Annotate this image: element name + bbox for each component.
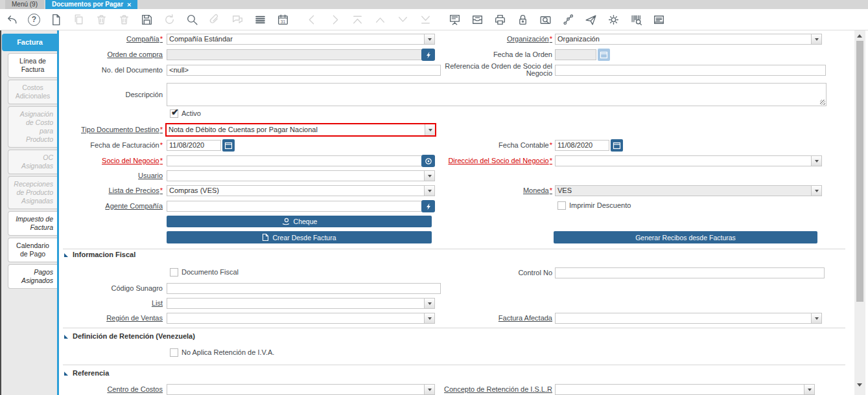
usuario-label[interactable]: Usuario [59,170,163,181]
chevron-down-icon[interactable] [811,313,821,323]
socio-negocio-field[interactable] [167,155,435,166]
chevron-down-icon[interactable] [804,385,814,394]
orden-compra-label[interactable]: Orden de compra [59,49,163,60]
workflow-icon[interactable] [561,13,575,27]
archive-icon[interactable] [471,13,484,27]
find-icon[interactable] [185,13,199,27]
compania-label[interactable]: Compañía* [59,34,163,45]
chevron-down-icon[interactable] [424,171,434,181]
organizacion-label[interactable]: Organización* [422,34,552,45]
centro-costos-label[interactable]: Centro de Costos [59,384,163,395]
section-collapse-icon[interactable] [64,335,68,339]
tipo-documento-select[interactable]: Nota de Débito de Cuentas por Pagar Naci… [165,123,436,137]
chevron-down-icon[interactable] [425,124,435,135]
sidebar-tab-linea-de-factura[interactable]: Línea de Factura [8,53,57,78]
tab-menu[interactable]: Menú (9) [5,0,44,9]
chevron-down-icon[interactable] [424,299,434,308]
sidebar-tab-pagos-asignados[interactable]: Pagos Asignados [8,264,57,289]
socio-negocio-label[interactable]: Socio del Negocio* [59,155,163,166]
region-ventas-select[interactable] [167,313,435,324]
sidebar-tab-calendario-de-pago[interactable]: Calendario de Pago [8,238,57,262]
factura-afectada-label[interactable]: Factura Afectada [422,313,552,324]
fecha-orden-field [555,49,596,60]
new-record-icon[interactable] [49,13,63,27]
section-collapse-icon[interactable] [64,253,68,257]
calendar-picker-icon[interactable] [611,139,623,152]
sidebar-tab-factura[interactable]: Factura [2,34,57,51]
usuario-select[interactable] [167,170,435,181]
referencia-orden-field[interactable] [555,65,826,76]
fecha-facturacion-label: Fecha de Facturación* [59,140,163,151]
scroll-up-icon[interactable] [857,34,862,38]
list-select[interactable] [167,298,435,309]
documento-fiscal-checkbox[interactable] [170,268,178,276]
direccion-socio-select[interactable] [555,155,822,166]
report-icon[interactable] [448,13,462,27]
region-ventas-label[interactable]: Región de Ventas [59,313,163,324]
organizacion-select[interactable]: Organización [555,34,822,45]
scroll-down-icon[interactable] [857,383,862,387]
previous-record-icon [305,13,319,27]
section-divider [63,328,845,328]
scrollbar-thumb[interactable] [856,41,863,302]
compania-select[interactable]: Compañía Estándar [167,34,435,45]
fecha-contable-field[interactable]: 11/08/2020 [555,140,609,151]
send-mail-icon[interactable] [584,13,598,27]
sidebar-tab-impuesto-de-factura[interactable]: Impuesto de Factura [8,211,57,236]
calendar-icon[interactable]: 31 [276,13,290,27]
direccion-socio-label[interactable]: Dirección del Socio del Negocio* [422,155,552,166]
cheque-button[interactable]: Cheque [167,216,432,227]
chevron-down-icon[interactable] [811,186,821,196]
crear-desde-factura-button[interactable]: Crear Desde Factura [167,231,432,243]
concepto-islr-select[interactable] [555,384,815,395]
save-icon[interactable] [140,13,154,27]
activo-checkbox[interactable] [170,109,178,118]
concepto-islr-label[interactable]: Concepto de Retención de I.S.L.R [422,384,552,395]
preferences-icon[interactable] [607,13,620,27]
lista-precios-select[interactable]: Compras (VES) [167,185,435,196]
undo-icon[interactable] [5,13,19,27]
factura-afectada-select[interactable] [555,313,822,324]
print-icon[interactable] [493,13,507,27]
tab-documentos-por-pagar[interactable]: Documentos por Pagar [45,0,137,9]
vertical-scrollbar[interactable] [854,30,865,395]
section-collapse-icon[interactable] [64,372,68,376]
control-no-field[interactable] [555,267,825,278]
codigo-sunagro-label: Código Sunagro [59,283,163,294]
agente-compania-field[interactable] [167,201,435,212]
requery-icon[interactable] [421,200,435,212]
generar-recibos-button[interactable]: Generar Recibos desde Facturas [554,231,817,243]
zoom-across-icon[interactable] [539,13,552,27]
parent-record-icon [373,13,387,27]
imprimir-descuento-checkbox[interactable] [557,201,566,210]
last-record-icon [419,13,432,27]
no-aplica-retencion-checkbox[interactable] [170,348,178,357]
chevron-down-icon[interactable] [811,156,821,166]
toggle-grid-icon[interactable] [253,13,267,27]
centro-costos-select[interactable] [167,384,435,395]
calendar-picker-icon[interactable] [222,139,235,152]
close-icon[interactable] [127,1,131,8]
resize-handle-icon[interactable] [820,100,825,105]
tipo-documento-label[interactable]: Tipo Documento Destino* [59,124,163,135]
lista-precios-label[interactable]: Lista de Precios* [59,185,163,196]
chevron-down-icon[interactable] [811,34,821,44]
definicion-retencion-header[interactable]: Definición de Retención (Venezuela) [73,332,195,340]
moneda-label[interactable]: Moneda* [422,185,552,196]
list-label[interactable]: List [59,298,163,309]
agente-compania-label[interactable]: Agente Compañía [59,201,163,212]
no-documento-label: No. del Documento [59,65,163,76]
descripcion-textarea[interactable] [167,83,827,106]
help-icon[interactable] [28,14,40,26]
informacion-fiscal-header[interactable]: Informacion Fiscal [73,251,135,258]
lock-icon[interactable] [516,13,530,27]
control-no-label: Control No [422,267,552,278]
detail-record-icon [396,13,410,27]
moneda-select[interactable]: VES [555,185,822,196]
referencia-header[interactable]: Referencia [73,369,109,377]
report-form-icon[interactable] [652,13,666,27]
no-documento-field[interactable]: <null> [167,65,441,76]
barcode-scan-icon[interactable] [629,13,643,27]
codigo-sunagro-field[interactable] [167,283,441,294]
fecha-facturacion-field[interactable]: 11/08/2020 [167,140,221,151]
